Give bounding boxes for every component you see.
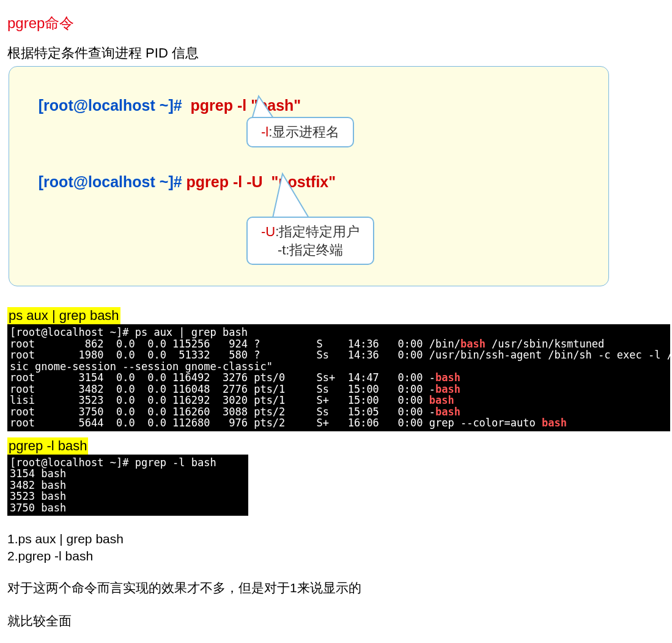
section-title: pgrep命令 <box>7 13 665 33</box>
flag-desc: :显示进程名 <box>268 124 339 139</box>
note-line: 1.ps aux | grep bash <box>7 532 665 546</box>
flag-desc: :指定特定用户 <box>275 224 360 239</box>
prompt-text: [root@localhost ~]# <box>39 173 182 190</box>
example-panel: [root@localhost ~]# pgrep -l "bash" -l:显… <box>9 66 609 286</box>
prompt-text: [root@localhost ~]# <box>39 97 182 114</box>
terminal-caption-1: ps aux | grep bash <box>7 307 120 324</box>
callout-l-flag: -l:显示进程名 <box>246 117 354 147</box>
flag-label: -l <box>261 124 268 139</box>
callout-u-flag: -U:指定特定用户 -t:指定终端 <box>246 217 374 265</box>
callout-pointer-icon <box>269 174 318 223</box>
flag-label: -U <box>261 224 275 239</box>
notes-block: 1.ps aux | grep bash 2.pgrep -l bash 对于这… <box>7 532 665 630</box>
note-line: 对于这两个命令而言实现的效果才不多，但是对于1来说显示的 <box>7 579 665 597</box>
section-subtitle: 根据特定条件查询进程 PID 信息 <box>7 44 665 62</box>
command-text: pgrep -l "bash" <box>191 97 301 114</box>
note-line: 2.pgrep -l bash <box>7 549 665 563</box>
svg-marker-1 <box>273 174 309 218</box>
terminal-output-2: [root@localhost ~]# pgrep -l bash 3154 b… <box>7 455 248 516</box>
note-line: 就比较全面 <box>7 612 665 630</box>
terminal-output-1: [root@localhost ~]# ps aux | grep bash r… <box>7 324 670 431</box>
terminal-caption-2: pgrep -l bash <box>7 437 88 455</box>
flag-desc-2: -t:指定终端 <box>261 241 360 259</box>
